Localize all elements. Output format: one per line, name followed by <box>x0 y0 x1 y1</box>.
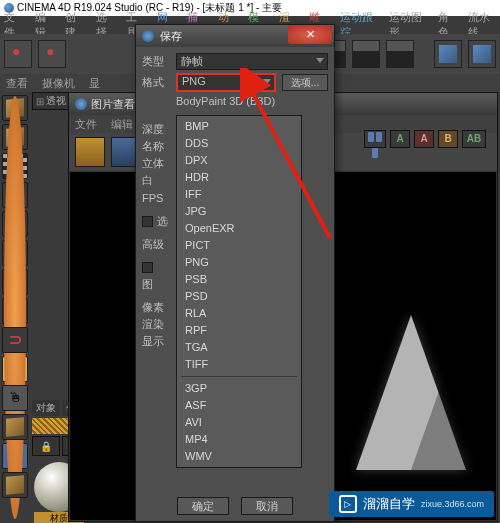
format-option-hdr[interactable]: HDR <box>177 169 301 186</box>
format-option-pict[interactable]: PICT <box>177 237 301 254</box>
window-title: CINEMA 4D R19.024 Studio (RC - R19) - [未… <box>17 1 282 15</box>
format-combo[interactable]: PNG <box>176 73 276 92</box>
fps-label: FPS <box>142 189 168 207</box>
axis-icon[interactable] <box>2 298 28 324</box>
channel-ab-icon[interactable]: AB <box>462 130 486 148</box>
highq-label: 高级 <box>142 236 168 253</box>
options-button[interactable]: 选项... <box>282 74 328 91</box>
format-option-3gp[interactable]: 3GP <box>177 380 301 397</box>
type-label: 类型 <box>142 54 170 69</box>
channel-icons: A A B AB <box>364 130 486 148</box>
render-region-icon[interactable] <box>352 40 380 68</box>
format-option-rla[interactable]: RLA <box>177 305 301 322</box>
camera-menu[interactable]: 摄像机 <box>42 76 75 91</box>
channel-a-red-icon[interactable]: A <box>414 130 434 148</box>
planar-workplane-icon[interactable] <box>2 472 28 498</box>
render-settings-icon[interactable] <box>386 40 414 68</box>
save-dialog: 保存 ✕ 类型 静帧 格式 PNG 选项... 深度 名称 立体 白 FPS 选… <box>135 24 335 522</box>
view-menu[interactable]: 查看 <box>6 76 28 91</box>
format-option-iff[interactable]: IFF <box>177 186 301 203</box>
perspective-tab[interactable]: 透视 <box>32 92 70 110</box>
viewport-solo-icon[interactable] <box>2 414 28 440</box>
format-label: 格式 <box>142 75 170 90</box>
depth-label: 深度 <box>142 121 168 138</box>
primitive-pen-icon[interactable] <box>468 40 496 68</box>
watermark-logo-icon: ▷ <box>339 495 357 513</box>
pv-menu-file[interactable]: 文件 <box>75 117 97 132</box>
pv-menu-edit[interactable]: 编辑 <box>111 117 133 132</box>
channel-b-icon[interactable]: B <box>438 130 458 148</box>
histogram-icon[interactable] <box>364 130 386 148</box>
dialog-button-row: 确定 取消 <box>136 497 334 515</box>
format-option-tga[interactable]: TGA <box>177 339 301 356</box>
window-icon <box>75 98 87 110</box>
left-field-labels: 深度 名称 立体 白 FPS 选 高级 图 像素 渲染 显示 <box>142 121 168 350</box>
imgcolor-label: 图 <box>142 276 168 293</box>
type-combo[interactable]: 静帧 <box>176 53 328 70</box>
format-option-dds[interactable]: DDS <box>177 135 301 152</box>
cancel-button[interactable]: 取消 <box>241 497 293 515</box>
close-button[interactable]: ✕ <box>288 26 332 44</box>
white-label: 白 <box>142 172 168 189</box>
checkbox[interactable] <box>142 216 153 227</box>
solid-label: 立体 <box>142 155 168 172</box>
checkbox[interactable] <box>142 262 153 273</box>
format-option-png[interactable]: PNG <box>177 254 301 271</box>
save-dialog-title: 保存 <box>160 29 182 44</box>
format-option-bmp[interactable]: BMP <box>177 118 301 135</box>
format-option-jpg[interactable]: JPG <box>177 203 301 220</box>
undo-icon[interactable] <box>4 40 32 68</box>
format-option-tiff[interactable]: TIFF <box>177 356 301 373</box>
tab-objects[interactable]: 对象 <box>32 400 60 416</box>
ok-button[interactable]: 确定 <box>177 497 229 515</box>
watermark-url: zixue.3d66.com <box>421 499 484 509</box>
format-option-asf[interactable]: ASF <box>177 397 301 414</box>
format-option-rpf[interactable]: RPF <box>177 322 301 339</box>
separator <box>181 376 297 377</box>
name-value: BodyPaint 3D (B3D) <box>176 95 275 107</box>
format-option-dpx[interactable]: DPX <box>177 152 301 169</box>
format-option-mp4[interactable]: MP4 <box>177 431 301 448</box>
channel-a-green-icon[interactable]: A <box>390 130 410 148</box>
format-dropdown-list: BMP DDS DPX HDR IFF JPG OpenEXR PICT PNG… <box>176 115 302 468</box>
redo-icon[interactable] <box>38 40 66 68</box>
save-dialog-body: 类型 静帧 格式 PNG 选项... 深度 名称 立体 白 FPS 选 高级 图… <box>136 47 334 92</box>
lock-icon[interactable]: 🔒 <box>32 436 60 456</box>
save-dialog-titlebar[interactable]: 保存 ✕ <box>136 25 334 47</box>
display-label: 显示 <box>142 333 168 350</box>
display-menu[interactable]: 显 <box>89 76 100 91</box>
tweak-icon[interactable] <box>2 385 28 411</box>
watermark: ▷ 溜溜自学 zixue.3d66.com <box>329 491 494 517</box>
render-label: 渲染 <box>142 316 168 333</box>
pv-folder-icon[interactable] <box>75 137 105 167</box>
snap-icon[interactable] <box>2 327 28 353</box>
format-option-openexr[interactable]: OpenEXR <box>177 220 301 237</box>
primitive-cube-icon[interactable] <box>434 40 462 68</box>
window-icon <box>142 30 154 42</box>
pixratio-label: 像素 <box>142 299 168 316</box>
format-option-psd[interactable]: PSD <box>177 288 301 305</box>
format-option-avi[interactable]: AVI <box>177 414 301 431</box>
format-option-wmv[interactable]: WMV <box>177 448 301 465</box>
format-option-psb[interactable]: PSB <box>177 271 301 288</box>
watermark-brand: 溜溜自学 <box>363 495 415 513</box>
left-toolbar: S <box>0 92 30 523</box>
name-label: 名称 <box>142 138 168 155</box>
